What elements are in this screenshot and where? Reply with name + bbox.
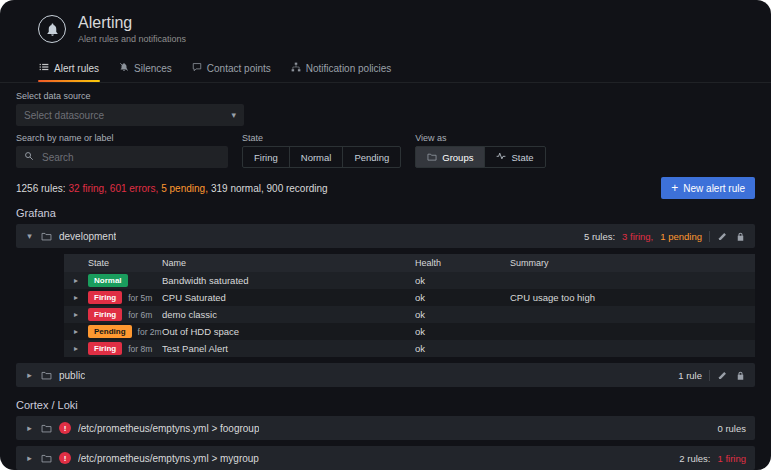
view-option-label: Groups xyxy=(442,152,473,163)
col-summary: Summary xyxy=(510,258,755,268)
section-title-cortex-loki: Cortex / Loki xyxy=(16,399,755,411)
group-stats: 0 rules xyxy=(717,423,746,434)
datasource-select[interactable]: Select datasource ▾ xyxy=(16,104,244,126)
state-filter-group: Firing Normal Pending xyxy=(242,146,401,168)
table-row[interactable]: ▸ Firingfor 8m Test Panel Alert ok xyxy=(64,340,755,357)
tab-label: Alert rules xyxy=(54,63,99,74)
rule-name: Test Panel Alert xyxy=(162,343,415,354)
list-icon xyxy=(39,62,49,74)
rule-health: ok xyxy=(415,343,510,354)
table-row[interactable]: ▸ Normal Bandwidth saturated ok xyxy=(64,272,755,289)
view-as-state[interactable]: State xyxy=(484,146,545,168)
group-stats-firing: 1 firing xyxy=(717,453,746,464)
folder-icon xyxy=(41,231,52,242)
chevron-down-icon[interactable]: ▾ xyxy=(25,231,34,241)
rule-sections: Grafana ▾ development 5 rules: 3 firing,… xyxy=(0,207,771,470)
state-filter-firing[interactable]: Firing xyxy=(242,146,290,168)
rule-health: ok xyxy=(415,275,510,286)
divider xyxy=(709,231,710,242)
rule-health: ok xyxy=(415,292,510,303)
chevron-right-icon[interactable]: ▸ xyxy=(64,310,88,319)
status-badge: Normal xyxy=(88,274,128,287)
state-filter-pending[interactable]: Pending xyxy=(342,146,401,168)
table-row[interactable]: ▸ Firingfor 5m CPU Saturated ok CPU usag… xyxy=(64,289,755,306)
for-duration: for 2m xyxy=(138,327,162,337)
search-icon xyxy=(24,151,34,163)
group-stats: 1 rule xyxy=(678,370,702,381)
page-subtitle: Alert rules and notifications xyxy=(78,34,186,44)
edit-group-icon[interactable] xyxy=(717,370,728,381)
for-duration: for 5m xyxy=(128,293,152,303)
group-name: public xyxy=(59,370,85,381)
rule-name: CPU Saturated xyxy=(162,292,415,303)
section-title-grafana: Grafana xyxy=(16,207,755,219)
search-box xyxy=(16,146,228,168)
view-option-label: State xyxy=(511,152,533,163)
search-label: Search by name or label xyxy=(16,133,228,143)
chevron-right-icon[interactable]: ▸ xyxy=(64,293,88,302)
table-header: State Name Health Summary xyxy=(64,254,755,272)
edit-group-icon[interactable] xyxy=(717,231,728,242)
bell-slash-icon xyxy=(119,62,129,74)
rule-health: ok xyxy=(415,309,510,320)
chevron-right-icon[interactable]: ▸ xyxy=(25,370,34,380)
group-name: /etc/prometheus/emptyns.yml > foogroup xyxy=(78,423,259,434)
group-header-public[interactable]: ▸ public 1 rule xyxy=(16,363,755,387)
summary-rest: 319 normal, 900 recording xyxy=(211,183,328,194)
col-health: Health xyxy=(415,258,510,268)
group-header-mygroup[interactable]: ▸ ! /etc/prometheus/emptyns.yml > mygrou… xyxy=(16,446,755,470)
pulse-icon xyxy=(496,151,506,163)
rule-summary: CPU usage too high xyxy=(510,292,755,303)
chevron-right-icon[interactable]: ▸ xyxy=(25,423,34,433)
for-duration: for 8m xyxy=(128,344,152,354)
tab-contact-points[interactable]: Contact points xyxy=(183,56,280,82)
chevron-down-icon: ▾ xyxy=(231,110,236,120)
state-filter-label: State xyxy=(242,133,401,143)
search-input[interactable] xyxy=(40,151,220,164)
group-name: development xyxy=(59,231,116,242)
rule-name: demo classic xyxy=(162,309,415,320)
folder-icon xyxy=(41,370,52,381)
rule-name: Out of HDD space xyxy=(162,326,415,337)
tab-silences[interactable]: Silences xyxy=(110,56,181,82)
col-name: Name xyxy=(162,258,415,268)
chevron-right-icon[interactable]: ▸ xyxy=(64,344,88,353)
group-header-development[interactable]: ▾ development 5 rules: 3 firing, 1 pendi… xyxy=(16,224,755,248)
rules-table: State Name Health Summary ▸ Normal Bandw… xyxy=(64,254,755,357)
alerting-bell-icon xyxy=(38,15,66,43)
table-row[interactable]: ▸ Firingfor 6m demo classic ok xyxy=(64,306,755,323)
view-as-groups[interactable]: Groups xyxy=(415,146,485,168)
group-header-foogroup[interactable]: ▸ ! /etc/prometheus/emptyns.yml > foogro… xyxy=(16,416,755,440)
new-alert-rule-button[interactable]: + New alert rule xyxy=(661,177,755,199)
summary-row: 1256 rules:32 firing,601 errors,5 pendin… xyxy=(16,177,755,199)
rule-name: Bandwidth saturated xyxy=(162,275,415,286)
group-stats: 5 rules: xyxy=(584,231,615,242)
tab-label: Notification policies xyxy=(306,63,392,74)
chevron-right-icon[interactable]: ▸ xyxy=(64,327,88,336)
chevron-right-icon[interactable]: ▸ xyxy=(25,453,34,463)
datasource-placeholder: Select datasource xyxy=(24,110,104,121)
page-header: Alerting Alert rules and notifications xyxy=(0,0,771,48)
status-badge: Firing xyxy=(88,291,122,304)
chevron-right-icon[interactable]: ▸ xyxy=(64,276,88,285)
summary-firing: 32 firing, xyxy=(68,183,106,194)
lock-icon[interactable] xyxy=(735,370,746,381)
comment-icon xyxy=(192,62,202,74)
tab-notification-policies[interactable]: Notification policies xyxy=(282,56,401,82)
filters: Select data source Select datasource ▾ S… xyxy=(0,83,771,168)
lock-icon[interactable] xyxy=(735,231,746,242)
tab-label: Contact points xyxy=(207,63,271,74)
tab-label: Silences xyxy=(134,63,172,74)
group-stats: 2 rules: xyxy=(679,453,710,464)
error-icon: ! xyxy=(59,422,71,434)
rules-summary: 1256 rules:32 firing,601 errors,5 pendin… xyxy=(16,183,331,194)
datasource-label: Select data source xyxy=(16,91,755,101)
group-stats-pending: 1 pending xyxy=(660,231,702,242)
alerting-page: Alerting Alert rules and notifications A… xyxy=(0,0,771,470)
table-row[interactable]: ▸ Pendingfor 2m Out of HDD space ok xyxy=(64,323,755,340)
state-filter-normal[interactable]: Normal xyxy=(289,146,344,168)
summary-pending: 5 pending, xyxy=(161,183,208,194)
folder-icon xyxy=(41,423,52,434)
tab-alert-rules[interactable]: Alert rules xyxy=(30,56,108,82)
rule-health: ok xyxy=(415,326,510,337)
